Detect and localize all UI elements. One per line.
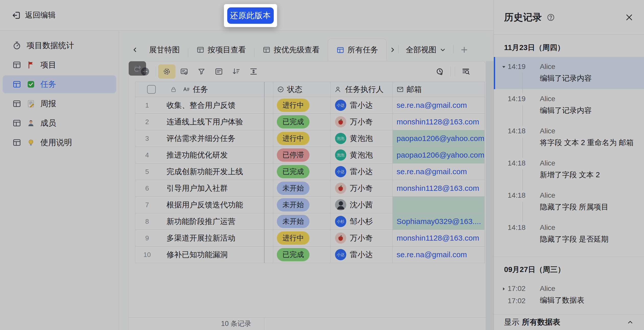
dim-overlay (0, 0, 644, 330)
restore-version-button[interactable]: 还原此版本 (227, 7, 274, 24)
spotlight-highlight: 还原此版本 (224, 4, 277, 27)
